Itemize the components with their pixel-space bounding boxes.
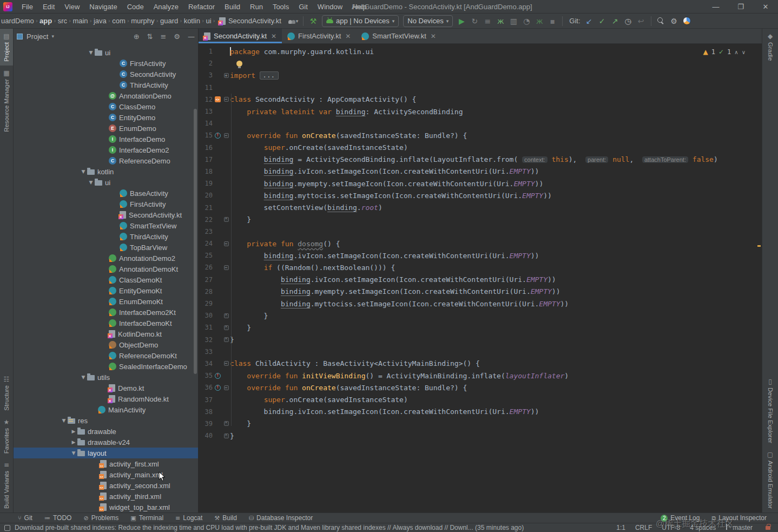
git-update-button[interactable]: ↙ [583, 15, 596, 27]
breadcrumb-item[interactable]: main [71, 17, 89, 25]
menu-run[interactable]: Run [245, 0, 268, 14]
tree-item-TopBarView[interactable]: TopBarView [14, 242, 198, 253]
tree-item-drawable[interactable]: ▶drawable [14, 426, 198, 437]
code-line-31[interactable]: 31⌃ } [199, 321, 762, 333]
chevron-right-icon[interactable]: ▶ [70, 439, 77, 445]
debug-button[interactable]: ж [494, 15, 507, 27]
tree-item-drawable-v24[interactable]: ▶drawable-v24 [14, 437, 198, 448]
code-line-34[interactable]: 34−class ChildActivity : BaseActivity<Ac… [199, 358, 762, 370]
code-line-38[interactable]: 38 binding.ivIcon.setImageIcon(Icon.crea… [199, 406, 762, 418]
tree-item-BaseActivity[interactable]: BaseActivity [14, 188, 198, 199]
menu-navigate[interactable]: Navigate [84, 0, 122, 14]
apply-changes-button[interactable]: ↻ [468, 15, 481, 27]
overrides-method-icon[interactable]: ↑ [215, 385, 221, 391]
code-line-40[interactable]: 40⌃} [199, 430, 762, 442]
code-line-13[interactable]: 13 private lateinit var binding: Activit… [199, 106, 762, 117]
breadcrumb-file[interactable]: SecondActivity.kt [227, 17, 282, 25]
breadcrumb-item[interactable]: java [93, 17, 108, 25]
encoding[interactable]: UTF-8 [662, 524, 680, 531]
tree-item-widget_top_bar.xml[interactable]: <>widget_top_bar.xml [14, 502, 198, 513]
menu-build[interactable]: Build [220, 0, 245, 14]
history-button[interactable]: ◷ [622, 15, 635, 27]
tree-item-activity_main.xml[interactable]: <>activity_main.xml [14, 469, 198, 480]
git-branch[interactable]: master [726, 524, 753, 531]
chevron-right-icon[interactable]: ▶ [70, 429, 77, 434]
code-line-14[interactable]: 14 [199, 117, 762, 129]
profile-debuggable-button[interactable]: ж [533, 15, 546, 27]
code-line-32[interactable]: 32⌃} [199, 334, 762, 346]
code-line-12[interactable]: 12<>−class SecondActivity : AppCompatAct… [199, 94, 762, 106]
tree-item-Demo.kt[interactable]: KDemo.kt [14, 383, 198, 393]
breadcrumb-item[interactable]: com [111, 17, 127, 25]
menu-edit[interactable]: Edit [38, 0, 60, 14]
code-line-29[interactable]: 29 binding.myttociss.setImageIcon(Icon.c… [199, 298, 762, 310]
tree-item-InterfaceDemo2[interactable]: IInterfaceDemo2 [14, 145, 198, 155]
settings-icon[interactable]: ⚙ [174, 32, 180, 41]
menu-refactor[interactable]: Refactor [183, 0, 220, 14]
tool-window-button-gradle[interactable]: ◆Gradle [762, 29, 778, 65]
breadcrumb-item[interactable]: murphy [130, 17, 155, 25]
event-log-button[interactable]: 2 Event Log [655, 513, 706, 523]
tree-item-MainActivity[interactable]: MainActivity [14, 404, 198, 415]
code-line-36[interactable]: 36↑− override fun onCreate(savedInstance… [199, 382, 762, 393]
tool-window-button-git[interactable]: ⑂Git [12, 513, 38, 523]
code-line-18[interactable]: 18 binding.ivIcon.setImageIcon(Icon.crea… [199, 166, 762, 178]
chevron-down-icon[interactable]: ▼ [87, 180, 95, 185]
intention-bulb-icon[interactable] [236, 61, 242, 67]
tree-item-SecondActivity[interactable]: CSecondActivity [14, 69, 198, 80]
breadcrumb-item[interactable]: src [57, 17, 68, 25]
menu-analyze[interactable]: Analyze [149, 0, 183, 14]
tree-item-RandomNode.kt[interactable]: KRandomNode.kt [14, 393, 198, 404]
code-line-39[interactable]: 39⌃ } [199, 418, 762, 430]
tree-item-ReferenceDemo[interactable]: CReferenceDemo [14, 155, 198, 166]
profiler-button[interactable]: ◔ [520, 15, 533, 27]
git-commit-button[interactable]: ✓ [596, 15, 609, 27]
hide-icon[interactable]: — [188, 32, 195, 41]
breadcrumb-item[interactable]: app [38, 17, 53, 25]
maximize-button[interactable]: ❐ [728, 0, 753, 14]
code-line-17[interactable]: 17 binding = ActivitySecondBinding.infla… [199, 154, 762, 166]
code-line-22[interactable]: 22⌃ } [199, 214, 762, 226]
code-line-20[interactable]: 20 binding.myttociss.setImageIcon(Icon.c… [199, 189, 762, 201]
apply-code-changes-button[interactable]: ≡ [481, 15, 494, 27]
chevron-down-icon[interactable]: ▼ [80, 375, 87, 380]
menu-code[interactable]: Code [122, 0, 149, 14]
indent-setting[interactable]: 4 spaces [690, 524, 716, 531]
tree-item-AnnotationDemoKt[interactable]: AnnotationDemoKt [14, 264, 198, 274]
tree-item-EnumDemo[interactable]: EEnumDemo [14, 123, 198, 134]
code-line-16[interactable]: 16 super.onCreate(savedInstanceState) [199, 142, 762, 154]
menu-view[interactable]: View [60, 0, 84, 14]
status-message[interactable]: Download pre-built shared indexes: Reduc… [15, 524, 524, 531]
tree-item-SealedInterfaceDemo[interactable]: SealedInterfaceDemo [14, 361, 198, 372]
tool-window-button-device-file-explorer[interactable]: ▯Device File Explorer [762, 374, 778, 447]
chevron-down-icon[interactable]: ▼ [87, 50, 95, 55]
tree-item-activity_first.xml[interactable]: <>activity_first.xml [14, 458, 198, 469]
menu-file[interactable]: File [17, 0, 38, 14]
tool-window-button-android-emulator[interactable]: ▢Android Emulator [762, 447, 778, 513]
tool-window-button-resource-manager[interactable]: ▦Resource Manager [0, 65, 13, 136]
code-line-3[interactable]: 3+import ... [199, 69, 762, 81]
tool-window-button-project[interactable]: ▤Project [0, 29, 13, 65]
tree-item-ui[interactable]: ▼ui [14, 177, 198, 188]
tree-item-InterfaceDemo[interactable]: IInterfaceDemo [14, 134, 198, 145]
code-editor[interactable]: ▲1 ✓1 ∧ ∨ 1package com.murphy.guard.kotl… [199, 44, 762, 513]
collapse-all-icon[interactable]: ≡ [160, 32, 166, 41]
related-layout-icon[interactable]: <> [215, 96, 221, 102]
menu-git[interactable]: Git [294, 0, 313, 14]
tree-item-ObjectDemo[interactable]: ObjectDemo [14, 339, 198, 350]
tree-item-SmartTextView[interactable]: SmartTextView [14, 220, 198, 231]
code-line-1[interactable]: 1package com.murphy.guard.kotlin.ui [199, 45, 762, 57]
code-line-25[interactable]: 25 binding.ivIcon.setImageIcon(Icon.crea… [199, 249, 762, 261]
code-line-23[interactable]: 23 [199, 226, 762, 238]
tree-item-activity_second.xml[interactable]: <>activity_second.xml [14, 480, 198, 491]
tree-item-FirstActivity[interactable]: FirstActivity [14, 199, 198, 209]
menu-tools[interactable]: Tools [268, 0, 294, 14]
code-line-26[interactable]: 26− if ((Random().nextBoolean())) { [199, 261, 762, 273]
tree-item-kotlin[interactable]: ▼kotlin [14, 166, 198, 177]
attach-debugger-button[interactable]: ▥ [507, 15, 520, 27]
code-line-35[interactable]: 35↑ override fun initViewBinding() = Act… [199, 370, 762, 382]
chevron-down-icon[interactable]: ▼ [80, 169, 87, 174]
fold-end-icon[interactable]: ⌃ [224, 337, 229, 342]
tab-close-icon[interactable]: ✕ [271, 32, 276, 40]
code-line-37[interactable]: 37 super.onCreate(savedInstanceState) [199, 393, 762, 405]
